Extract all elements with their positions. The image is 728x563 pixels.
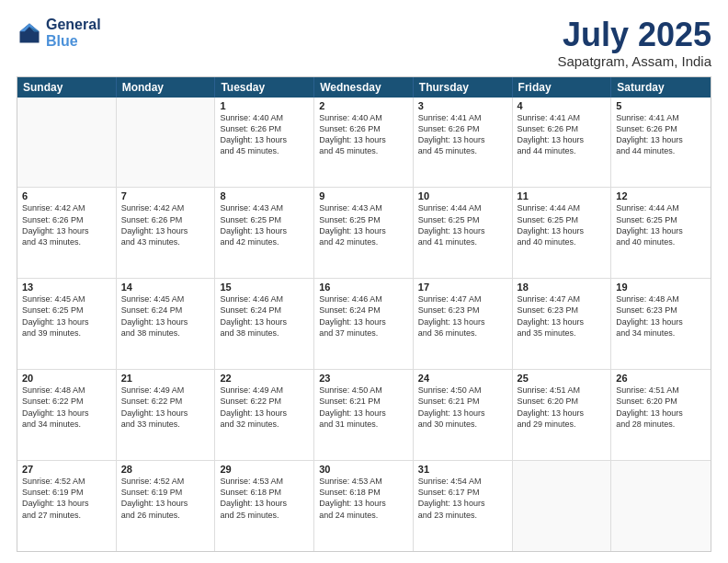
header-day-wednesday: Wednesday bbox=[314, 77, 414, 98]
cell-line: Sunrise: 4:44 AM bbox=[518, 202, 607, 213]
cell-line: and 24 minutes. bbox=[319, 510, 408, 521]
day-number: 15 bbox=[220, 282, 309, 293]
cell-line: Sunrise: 4:47 AM bbox=[518, 293, 607, 304]
calendar-cell-empty-0-1 bbox=[117, 98, 216, 188]
page: General Blue July 2025 Sapatgram, Assam,… bbox=[0, 0, 728, 563]
cell-line: Sunrise: 4:45 AM bbox=[22, 293, 111, 304]
day-number: 1 bbox=[220, 100, 309, 111]
cell-line: and 34 minutes. bbox=[22, 419, 111, 430]
calendar-body: 1Sunrise: 4:40 AMSunset: 6:26 PMDaylight… bbox=[17, 98, 711, 551]
day-number: 10 bbox=[418, 190, 507, 201]
cell-line: Sunset: 6:18 PM bbox=[319, 487, 408, 498]
calendar-row-1: 6Sunrise: 4:42 AMSunset: 6:26 PMDaylight… bbox=[17, 188, 711, 279]
cell-line: and 43 minutes. bbox=[22, 236, 111, 247]
cell-line: Sunset: 6:24 PM bbox=[220, 304, 309, 316]
day-number: 18 bbox=[518, 282, 607, 293]
day-number: 19 bbox=[616, 282, 706, 293]
cell-line: Sunset: 6:20 PM bbox=[518, 396, 607, 407]
cell-line: and 29 minutes. bbox=[518, 419, 607, 430]
calendar-row-4: 27Sunrise: 4:52 AMSunset: 6:19 PMDayligh… bbox=[17, 461, 711, 551]
calendar-cell-15: 15Sunrise: 4:46 AMSunset: 6:24 PMDayligh… bbox=[215, 279, 314, 369]
calendar-cell-5: 5Sunrise: 4:41 AMSunset: 6:26 PMDaylight… bbox=[611, 98, 711, 188]
cell-line: Sunrise: 4:44 AM bbox=[616, 202, 706, 213]
cell-line: Sunrise: 4:52 AM bbox=[121, 476, 210, 487]
cell-line: Sunset: 6:23 PM bbox=[418, 304, 507, 316]
calendar-cell-8: 8Sunrise: 4:43 AMSunset: 6:25 PMDaylight… bbox=[215, 188, 314, 278]
cell-line: Daylight: 13 hours bbox=[319, 316, 408, 327]
calendar-cell-2: 2Sunrise: 4:40 AMSunset: 6:26 PMDaylight… bbox=[314, 98, 414, 188]
day-number: 17 bbox=[418, 282, 507, 293]
day-number: 26 bbox=[616, 373, 706, 384]
calendar-cell-empty-0-0 bbox=[17, 98, 117, 188]
cell-line: Sunrise: 4:52 AM bbox=[22, 476, 111, 487]
cell-line: and 42 minutes. bbox=[319, 236, 408, 247]
calendar-cell-9: 9Sunrise: 4:43 AMSunset: 6:25 PMDaylight… bbox=[314, 188, 414, 278]
cell-line: Daylight: 13 hours bbox=[319, 498, 408, 509]
day-number: 29 bbox=[220, 464, 309, 475]
calendar-cell-13: 13Sunrise: 4:45 AMSunset: 6:25 PMDayligh… bbox=[17, 279, 117, 369]
cell-line: Daylight: 13 hours bbox=[616, 225, 706, 236]
cell-line: Sunset: 6:26 PM bbox=[418, 123, 507, 134]
cell-line: Daylight: 13 hours bbox=[121, 225, 210, 236]
calendar-cell-4: 4Sunrise: 4:41 AMSunset: 6:26 PMDaylight… bbox=[513, 98, 612, 188]
calendar-cell-empty-4-5 bbox=[513, 461, 612, 551]
cell-line: Sunset: 6:25 PM bbox=[220, 214, 309, 225]
cell-line: Sunset: 6:24 PM bbox=[121, 304, 210, 316]
cell-line: Daylight: 13 hours bbox=[220, 316, 309, 327]
day-number: 8 bbox=[220, 190, 309, 201]
cell-line: and 36 minutes. bbox=[418, 327, 507, 339]
cell-line: Sunrise: 4:43 AM bbox=[319, 202, 408, 213]
cell-line: and 45 minutes. bbox=[319, 145, 408, 156]
calendar-cell-28: 28Sunrise: 4:52 AMSunset: 6:19 PMDayligh… bbox=[117, 461, 216, 551]
cell-line: Daylight: 13 hours bbox=[121, 316, 210, 327]
cell-line: and 31 minutes. bbox=[319, 419, 408, 430]
calendar-row-0: 1Sunrise: 4:40 AMSunset: 6:26 PMDaylight… bbox=[17, 98, 711, 189]
cell-line: and 26 minutes. bbox=[121, 510, 210, 521]
calendar-cell-14: 14Sunrise: 4:45 AMSunset: 6:24 PMDayligh… bbox=[117, 279, 216, 369]
cell-line: and 38 minutes. bbox=[121, 327, 210, 339]
cell-line: Sunrise: 4:49 AM bbox=[220, 385, 309, 396]
cell-line: and 28 minutes. bbox=[616, 419, 706, 430]
cell-line: Sunrise: 4:48 AM bbox=[616, 293, 706, 304]
cell-line: Sunrise: 4:51 AM bbox=[616, 385, 706, 396]
cell-line: Sunset: 6:23 PM bbox=[518, 304, 607, 316]
cell-line: Sunrise: 4:41 AM bbox=[616, 112, 706, 123]
cell-line: Sunset: 6:25 PM bbox=[418, 214, 507, 225]
cell-line: and 35 minutes. bbox=[518, 327, 607, 339]
cell-line: Sunrise: 4:48 AM bbox=[22, 385, 111, 396]
header-day-saturday: Saturday bbox=[611, 77, 711, 98]
cell-line: Sunset: 6:25 PM bbox=[22, 304, 111, 316]
calendar-cell-25: 25Sunrise: 4:51 AMSunset: 6:20 PMDayligh… bbox=[513, 370, 612, 460]
cell-line: Sunrise: 4:40 AM bbox=[319, 112, 408, 123]
calendar-cell-31: 31Sunrise: 4:54 AMSunset: 6:17 PMDayligh… bbox=[414, 461, 513, 551]
cell-line: and 44 minutes. bbox=[518, 145, 607, 156]
cell-line: Daylight: 13 hours bbox=[319, 225, 408, 236]
cell-line: Daylight: 13 hours bbox=[220, 134, 309, 145]
day-number: 5 bbox=[616, 100, 706, 111]
day-number: 12 bbox=[616, 190, 706, 201]
header-day-tuesday: Tuesday bbox=[215, 77, 314, 98]
calendar-cell-26: 26Sunrise: 4:51 AMSunset: 6:20 PMDayligh… bbox=[611, 370, 711, 460]
cell-line: Sunrise: 4:50 AM bbox=[418, 385, 507, 396]
cell-line: Daylight: 13 hours bbox=[518, 316, 607, 327]
cell-line: Sunrise: 4:50 AM bbox=[319, 385, 408, 396]
cell-line: Sunset: 6:25 PM bbox=[319, 214, 408, 225]
calendar-cell-empty-4-6 bbox=[611, 461, 711, 551]
cell-line: and 27 minutes. bbox=[22, 510, 111, 521]
day-number: 14 bbox=[121, 282, 210, 293]
cell-line: Sunset: 6:19 PM bbox=[22, 487, 111, 498]
cell-line: and 45 minutes. bbox=[220, 145, 309, 156]
calendar-cell-24: 24Sunrise: 4:50 AMSunset: 6:21 PMDayligh… bbox=[414, 370, 513, 460]
cell-line: Sunset: 6:26 PM bbox=[121, 214, 210, 225]
cell-line: Daylight: 13 hours bbox=[220, 408, 309, 419]
cell-line: and 25 minutes. bbox=[220, 510, 309, 521]
cell-line: and 42 minutes. bbox=[220, 236, 309, 247]
header-day-monday: Monday bbox=[117, 77, 216, 98]
day-number: 3 bbox=[418, 100, 507, 111]
cell-line: Daylight: 13 hours bbox=[220, 225, 309, 236]
day-number: 16 bbox=[319, 282, 408, 293]
cell-line: and 39 minutes. bbox=[22, 327, 111, 339]
day-number: 20 bbox=[22, 373, 111, 384]
calendar-cell-1: 1Sunrise: 4:40 AMSunset: 6:26 PMDaylight… bbox=[215, 98, 314, 188]
cell-line: and 44 minutes. bbox=[616, 145, 706, 156]
